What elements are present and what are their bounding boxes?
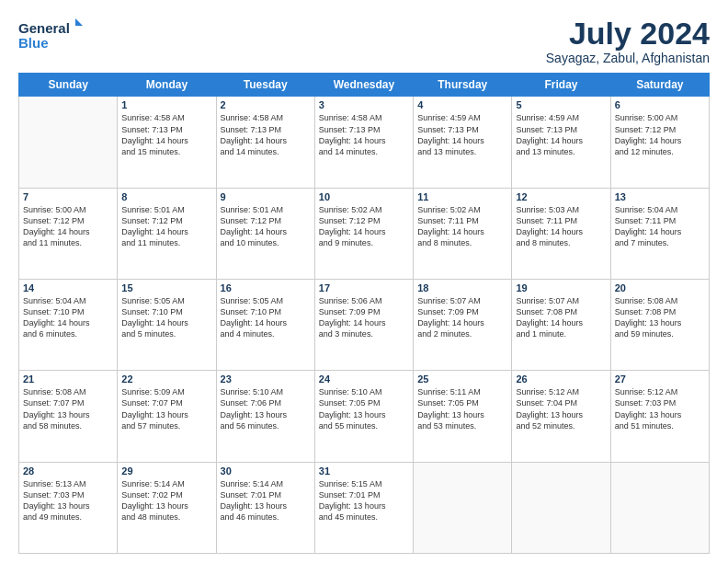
- week-row-5: 28Sunrise: 5:13 AM Sunset: 7:03 PM Dayli…: [19, 462, 710, 553]
- calendar-cell: 2Sunrise: 4:58 AM Sunset: 7:13 PM Daylig…: [216, 97, 314, 188]
- day-info: Sunrise: 5:10 AM Sunset: 7:05 PM Dayligh…: [319, 386, 409, 431]
- day-number: 5: [516, 99, 606, 110]
- day-number: 22: [121, 373, 211, 385]
- calendar-cell: 13Sunrise: 5:04 AM Sunset: 7:11 PM Dayli…: [610, 188, 709, 279]
- day-number: 20: [615, 282, 705, 293]
- day-info: Sunrise: 4:59 AM Sunset: 7:13 PM Dayligh…: [417, 112, 507, 157]
- calendar-cell: 29Sunrise: 5:14 AM Sunset: 7:02 PM Dayli…: [118, 462, 216, 553]
- week-row-3: 14Sunrise: 5:04 AM Sunset: 7:10 PM Dayli…: [19, 280, 710, 371]
- calendar-cell: 23Sunrise: 5:10 AM Sunset: 7:06 PM Dayli…: [216, 371, 314, 462]
- day-info: Sunrise: 5:15 AM Sunset: 7:01 PM Dayligh…: [319, 478, 409, 523]
- day-number: 13: [615, 191, 705, 202]
- calendar-cell: 5Sunrise: 4:59 AM Sunset: 7:13 PM Daylig…: [512, 97, 610, 188]
- calendar-cell: 16Sunrise: 5:05 AM Sunset: 7:10 PM Dayli…: [216, 280, 314, 371]
- day-number: 26: [516, 373, 606, 385]
- calendar-cell: [19, 97, 118, 188]
- day-info: Sunrise: 5:00 AM Sunset: 7:12 PM Dayligh…: [23, 204, 113, 249]
- day-info: Sunrise: 5:14 AM Sunset: 7:02 PM Dayligh…: [121, 478, 211, 523]
- calendar-cell: 8Sunrise: 5:01 AM Sunset: 7:12 PM Daylig…: [118, 188, 216, 279]
- day-number: 12: [516, 191, 606, 202]
- svg-text:Blue: Blue: [18, 35, 49, 51]
- day-info: Sunrise: 5:02 AM Sunset: 7:11 PM Dayligh…: [417, 204, 507, 249]
- day-number: 14: [23, 282, 113, 293]
- calendar-cell: 25Sunrise: 5:11 AM Sunset: 7:05 PM Dayli…: [414, 371, 512, 462]
- week-row-2: 7Sunrise: 5:00 AM Sunset: 7:12 PM Daylig…: [19, 188, 710, 279]
- header: General Blue July 2024 Sayagaz, Zabul, A…: [18, 17, 710, 65]
- logo: General Blue: [18, 17, 83, 53]
- day-info: Sunrise: 5:01 AM Sunset: 7:12 PM Dayligh…: [121, 204, 211, 249]
- calendar-cell: 22Sunrise: 5:09 AM Sunset: 7:07 PM Dayli…: [118, 371, 216, 462]
- day-info: Sunrise: 4:59 AM Sunset: 7:13 PM Dayligh…: [516, 112, 606, 157]
- calendar-cell: 19Sunrise: 5:07 AM Sunset: 7:08 PM Dayli…: [512, 280, 610, 371]
- calendar-cell: [414, 462, 512, 553]
- calendar-cell: 4Sunrise: 4:59 AM Sunset: 7:13 PM Daylig…: [414, 97, 512, 188]
- week-row-4: 21Sunrise: 5:08 AM Sunset: 7:07 PM Dayli…: [19, 371, 710, 462]
- day-info: Sunrise: 5:13 AM Sunset: 7:03 PM Dayligh…: [23, 478, 113, 523]
- svg-marker-1: [75, 18, 83, 26]
- day-number: 10: [319, 191, 409, 202]
- day-number: 30: [221, 465, 311, 477]
- day-number: 1: [121, 99, 211, 110]
- day-info: Sunrise: 5:14 AM Sunset: 7:01 PM Dayligh…: [221, 478, 311, 523]
- day-number: 17: [319, 282, 409, 293]
- day-info: Sunrise: 5:12 AM Sunset: 7:03 PM Dayligh…: [615, 386, 705, 431]
- calendar-cell: 3Sunrise: 4:58 AM Sunset: 7:13 PM Daylig…: [314, 97, 413, 188]
- day-number: 28: [23, 465, 113, 477]
- main-title: July 2024: [546, 17, 710, 51]
- day-info: Sunrise: 5:12 AM Sunset: 7:04 PM Dayligh…: [516, 386, 606, 431]
- col-header-monday: Monday: [118, 74, 216, 97]
- day-info: Sunrise: 5:08 AM Sunset: 7:07 PM Dayligh…: [23, 386, 113, 431]
- day-info: Sunrise: 5:09 AM Sunset: 7:07 PM Dayligh…: [121, 386, 211, 431]
- day-number: 7: [23, 191, 113, 202]
- page: General Blue July 2024 Sayagaz, Zabul, A…: [0, 0, 728, 563]
- calendar-cell: 27Sunrise: 5:12 AM Sunset: 7:03 PM Dayli…: [610, 371, 709, 462]
- calendar-cell: 21Sunrise: 5:08 AM Sunset: 7:07 PM Dayli…: [19, 371, 118, 462]
- day-info: Sunrise: 5:10 AM Sunset: 7:06 PM Dayligh…: [221, 386, 311, 431]
- calendar-cell: 20Sunrise: 5:08 AM Sunset: 7:08 PM Dayli…: [610, 280, 709, 371]
- day-info: Sunrise: 5:04 AM Sunset: 7:10 PM Dayligh…: [23, 295, 113, 340]
- calendar-cell: 28Sunrise: 5:13 AM Sunset: 7:03 PM Dayli…: [19, 462, 118, 553]
- day-number: 9: [221, 191, 311, 202]
- day-info: Sunrise: 5:01 AM Sunset: 7:12 PM Dayligh…: [221, 204, 311, 249]
- col-header-tuesday: Tuesday: [216, 74, 314, 97]
- calendar-cell: 11Sunrise: 5:02 AM Sunset: 7:11 PM Dayli…: [414, 188, 512, 279]
- day-info: Sunrise: 4:58 AM Sunset: 7:13 PM Dayligh…: [221, 112, 311, 157]
- day-number: 15: [121, 282, 211, 293]
- day-info: Sunrise: 5:11 AM Sunset: 7:05 PM Dayligh…: [417, 386, 507, 431]
- subtitle: Sayagaz, Zabul, Afghanistan: [546, 51, 710, 65]
- day-info: Sunrise: 5:08 AM Sunset: 7:08 PM Dayligh…: [615, 295, 705, 340]
- calendar-cell: [610, 462, 709, 553]
- day-number: 2: [221, 99, 311, 110]
- calendar-cell: 12Sunrise: 5:03 AM Sunset: 7:11 PM Dayli…: [512, 188, 610, 279]
- day-info: Sunrise: 5:06 AM Sunset: 7:09 PM Dayligh…: [319, 295, 409, 340]
- col-header-thursday: Thursday: [414, 74, 512, 97]
- day-info: Sunrise: 5:05 AM Sunset: 7:10 PM Dayligh…: [121, 295, 211, 340]
- calendar-cell: 1Sunrise: 4:58 AM Sunset: 7:13 PM Daylig…: [118, 97, 216, 188]
- col-header-saturday: Saturday: [610, 74, 709, 97]
- calendar-cell: [512, 462, 610, 553]
- day-number: 25: [417, 373, 507, 385]
- day-number: 29: [121, 465, 211, 477]
- day-info: Sunrise: 5:07 AM Sunset: 7:08 PM Dayligh…: [516, 295, 606, 340]
- day-number: 11: [417, 191, 507, 202]
- day-number: 8: [121, 191, 211, 202]
- calendar-table: SundayMondayTuesdayWednesdayThursdayFrid…: [18, 73, 710, 554]
- svg-text:General: General: [18, 20, 70, 36]
- calendar-cell: 17Sunrise: 5:06 AM Sunset: 7:09 PM Dayli…: [314, 280, 413, 371]
- day-info: Sunrise: 5:04 AM Sunset: 7:11 PM Dayligh…: [615, 204, 705, 249]
- day-info: Sunrise: 5:02 AM Sunset: 7:12 PM Dayligh…: [319, 204, 409, 249]
- day-number: 3: [319, 99, 409, 110]
- calendar-cell: 18Sunrise: 5:07 AM Sunset: 7:09 PM Dayli…: [414, 280, 512, 371]
- day-info: Sunrise: 5:05 AM Sunset: 7:10 PM Dayligh…: [221, 295, 311, 340]
- day-number: 16: [221, 282, 311, 293]
- days-header-row: SundayMondayTuesdayWednesdayThursdayFrid…: [19, 74, 710, 97]
- day-number: 4: [417, 99, 507, 110]
- day-info: Sunrise: 5:07 AM Sunset: 7:09 PM Dayligh…: [417, 295, 507, 340]
- week-row-1: 1Sunrise: 4:58 AM Sunset: 7:13 PM Daylig…: [19, 97, 710, 188]
- day-number: 23: [221, 373, 311, 385]
- col-header-wednesday: Wednesday: [314, 74, 413, 97]
- day-number: 19: [516, 282, 606, 293]
- calendar-cell: 31Sunrise: 5:15 AM Sunset: 7:01 PM Dayli…: [314, 462, 413, 553]
- calendar-cell: 30Sunrise: 5:14 AM Sunset: 7:01 PM Dayli…: [216, 462, 314, 553]
- calendar-cell: 24Sunrise: 5:10 AM Sunset: 7:05 PM Dayli…: [314, 371, 413, 462]
